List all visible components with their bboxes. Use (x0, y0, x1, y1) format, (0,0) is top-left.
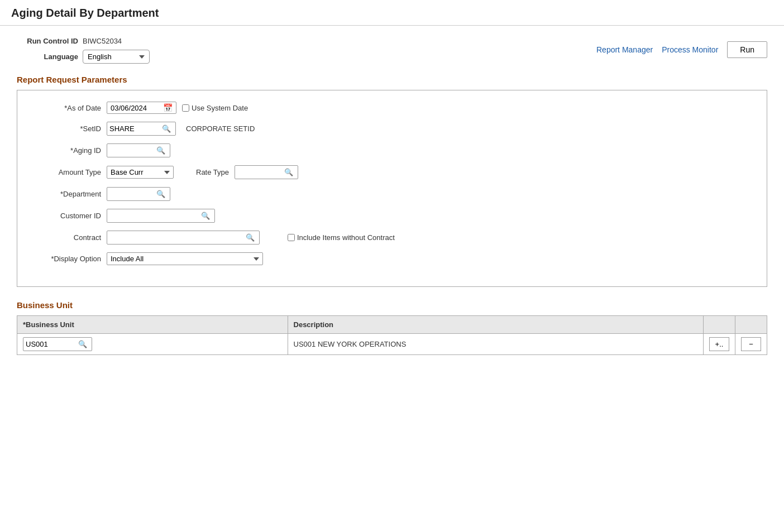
table-row: 🔍 US001 NEW YORK OPERATIONS+..− (17, 334, 767, 355)
use-system-date-checkbox[interactable] (182, 104, 189, 112)
page-title: Aging Detail By Department (11, 7, 773, 20)
rate-type-area: Rate Type 🔍 (196, 165, 298, 179)
as-of-date-input-area: 📅 (107, 102, 176, 114)
run-control-row: Run Control ID BIWC52034 (17, 37, 150, 45)
top-right-actions: Report Manager Process Monitor Run (596, 37, 767, 58)
as-of-date-input[interactable] (111, 104, 161, 112)
setid-input[interactable] (109, 124, 160, 133)
bu-table: *Business Unit Description 🔍 US001 NEW Y… (17, 315, 767, 355)
customer-id-label: Customer ID (34, 212, 101, 220)
use-system-date-label: Use System Date (182, 104, 248, 112)
bu-action-col-2 (735, 316, 767, 334)
report-manager-link[interactable]: Report Manager (596, 45, 653, 54)
customer-id-search-button[interactable]: 🔍 (199, 210, 212, 221)
rate-type-search-button[interactable]: 🔍 (282, 167, 295, 178)
aging-id-label: *Aging ID (34, 146, 101, 155)
display-option-label: *Display Option (34, 255, 101, 263)
bu-section-title: Business Unit (17, 300, 767, 310)
params-section-title: Report Request Parameters (17, 75, 767, 84)
rate-type-label: Rate Type (196, 168, 229, 176)
page-wrapper: Aging Detail By Department Run Control I… (0, 0, 784, 532)
main-content: Run Control ID BIWC52034 Language Englis… (0, 26, 784, 366)
department-row: *Department 🔍 (34, 187, 750, 201)
bu-search-button[interactable]: 🔍 (76, 339, 89, 349)
setid-label: *SetID (34, 124, 101, 133)
process-monitor-link[interactable]: Process Monitor (662, 45, 718, 54)
aging-id-row: *Aging ID 🔍 (34, 143, 750, 157)
rate-type-input[interactable] (237, 168, 282, 176)
setid-search-button[interactable]: 🔍 (160, 123, 173, 134)
aging-id-input[interactable] (109, 146, 154, 155)
customer-id-input-area: 🔍 (107, 209, 215, 223)
bu-description: US001 NEW YORK OPERATIONS (288, 334, 703, 355)
department-search-button[interactable]: 🔍 (154, 189, 168, 199)
bu-input-area: 🔍 (23, 337, 92, 351)
setid-row: *SetID 🔍 CORPORATE SETID (34, 122, 750, 136)
include-without-contract-label: Include Items without Contract (288, 233, 395, 242)
customer-id-row: Customer ID 🔍 (34, 209, 750, 223)
contract-input[interactable] (109, 233, 243, 242)
bu-col-header: *Business Unit (17, 316, 288, 334)
page-header: Aging Detail By Department (0, 0, 784, 26)
customer-id-input[interactable] (109, 212, 199, 220)
bu-desc-col-header: Description (288, 316, 703, 334)
contract-search-button[interactable]: 🔍 (243, 232, 257, 243)
language-row: Language English (17, 50, 150, 64)
remove-row-button[interactable]: − (741, 337, 761, 351)
calendar-icon[interactable]: 📅 (163, 103, 173, 112)
display-option-select[interactable]: Include All Summary Only Detail Only (107, 252, 263, 265)
contract-input-area: 🔍 (107, 231, 260, 245)
amount-type-row: Amount Type Base Curr Transaction Report… (34, 165, 750, 179)
amount-type-select[interactable]: Base Curr Transaction Report (107, 166, 174, 179)
setid-input-area: 🔍 (107, 122, 176, 136)
run-button[interactable]: Run (727, 41, 767, 58)
run-control-value: BIWC52034 (83, 37, 122, 45)
top-controls: Run Control ID BIWC52034 Language Englis… (17, 37, 767, 64)
aging-id-search-button[interactable]: 🔍 (154, 145, 168, 156)
rate-type-input-area: 🔍 (235, 165, 298, 179)
contract-row: Contract 🔍 Include Items without Contrac… (34, 231, 750, 245)
amount-type-label: Amount Type (34, 168, 101, 176)
display-option-row: *Display Option Include All Summary Only… (34, 252, 750, 265)
aging-id-input-area: 🔍 (107, 143, 170, 157)
business-unit-section: Business Unit *Business Unit Description… (17, 300, 767, 355)
include-without-contract-checkbox[interactable] (288, 234, 295, 241)
add-row-button[interactable]: +.. (709, 337, 729, 351)
language-select[interactable]: English (83, 50, 150, 64)
run-control-label: Run Control ID (17, 37, 78, 45)
as-of-date-label: *As of Date (34, 104, 101, 112)
department-input[interactable] (109, 190, 154, 198)
bu-table-header-row: *Business Unit Description (17, 316, 767, 334)
language-label: Language (17, 52, 78, 61)
department-input-area: 🔍 (107, 187, 170, 201)
as-of-date-row: *As of Date 📅 Use System Date (34, 102, 750, 114)
contract-label: Contract (34, 233, 101, 242)
params-box: *As of Date 📅 Use System Date *SetID 🔍 C… (17, 90, 767, 287)
bu-action-col-1 (704, 316, 735, 334)
run-control-area: Run Control ID BIWC52034 Language Englis… (17, 37, 150, 64)
setid-description: CORPORATE SETID (186, 124, 255, 133)
department-label: *Department (34, 190, 101, 198)
bu-input[interactable] (26, 340, 76, 348)
